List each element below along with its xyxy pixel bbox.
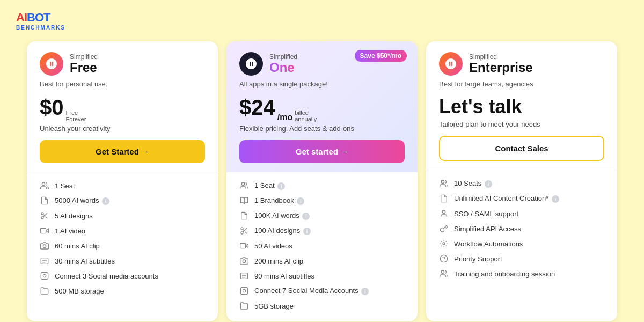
list-item: 1 Brandbook i: [239, 196, 405, 206]
svg-point-0: [42, 182, 45, 185]
plan-card-enterprise: Simplified Enterprise Best for large tea…: [426, 41, 617, 321]
info-icon[interactable]: i: [102, 197, 109, 205]
storage-icon: [40, 286, 49, 296]
subtitles-icon: [239, 271, 249, 281]
plan-name-block-enterprise: Simplified Enterprise: [469, 53, 533, 75]
price-desc-one: Flexible pricing. Add seats & add-ons: [239, 125, 405, 133]
price-desc-enterprise: Tailored plan to meet your needs: [439, 120, 604, 128]
list-item: 30 mins AI subtitles: [40, 256, 205, 266]
list-item: 5000 AI words i: [40, 196, 205, 206]
video-icon: [239, 241, 249, 251]
list-item: Training and onboarding session: [439, 269, 604, 279]
features-one: 1 Seat i 1 Brandbook i 100K AI words i: [226, 172, 418, 321]
plan-top-free: Simplified Free Best for personal use. $…: [27, 41, 218, 172]
save-badge: Save $50*/mo: [355, 50, 407, 62]
features-enterprise: 10 Seats i Unlimited AI Content Creation…: [426, 170, 617, 321]
plan-tagline-enterprise: Best for large teams, agencies: [439, 80, 604, 88]
list-item: 50 AI videos: [239, 241, 405, 251]
logo-bench: BENCHMARKS: [16, 25, 65, 31]
info-icon[interactable]: i: [302, 213, 310, 220]
camera-icon: [239, 256, 249, 266]
features-free: 1 Seat 5000 AI words i 5 AI designs: [27, 172, 218, 321]
svg-rect-7: [41, 228, 46, 233]
list-item: 1 Seat: [40, 181, 205, 191]
list-item: 60 mins AI clip: [40, 241, 205, 251]
camera-icon: [40, 241, 49, 251]
pricing-cards: Simplified Free Best for personal use. $…: [27, 41, 617, 321]
plan-name-block-free: Simplified Free: [70, 53, 98, 75]
info-icon[interactable]: i: [303, 228, 311, 235]
list-item: Priority Support: [439, 254, 604, 264]
subtitles-icon: [40, 256, 49, 266]
plan-label-free: Simplified: [70, 53, 98, 61]
svg-line-19: [243, 229, 244, 231]
svg-point-15: [241, 228, 243, 230]
list-item: 1 AI video: [40, 226, 205, 236]
svg-point-29: [442, 210, 445, 213]
list-item: 100K AI words i: [239, 211, 405, 221]
plan-top-one: Save $50*/mo Simplified One All apps in …: [226, 41, 418, 172]
svg-point-28: [441, 180, 444, 183]
svg-rect-26: [240, 287, 247, 294]
plan-name-one: One: [269, 61, 297, 75]
list-item: SSO / SAML support: [439, 209, 604, 218]
logo-header: AIBOT BENCHMARKS: [16, 11, 65, 31]
info-icon[interactable]: i: [552, 195, 559, 203]
training-icon: [439, 269, 449, 279]
price-main-one: $24: [239, 96, 275, 120]
scissors-icon: [239, 226, 249, 236]
feature-list-one: 1 Seat i 1 Brandbook i 100K AI words i: [239, 181, 405, 311]
price-headline-enterprise: Let's talk: [439, 96, 604, 118]
logo-bot: BOT: [27, 11, 50, 24]
svg-point-33: [441, 270, 444, 273]
list-item: 10 Seats i: [439, 179, 604, 188]
list-item: 5GB storage: [239, 301, 405, 311]
social-icon: [239, 286, 249, 296]
plan-name-enterprise: Enterprise: [469, 61, 533, 75]
plan-top-enterprise: Simplified Enterprise Best for large tea…: [426, 41, 617, 170]
plan-card-one: Save $50*/mo Simplified One All apps in …: [226, 41, 418, 321]
svg-marker-6: [46, 229, 49, 233]
book-icon: [239, 196, 249, 206]
svg-line-5: [43, 214, 45, 216]
price-sub-one: billed annually: [295, 109, 317, 122]
plan-card-free: Simplified Free Best for personal use. $…: [27, 41, 218, 321]
plan-header-enterprise: Simplified Enterprise: [439, 52, 604, 76]
storage-icon: [239, 301, 249, 311]
file-icon: [439, 194, 449, 203]
social-icon: [40, 271, 49, 281]
svg-marker-20: [246, 244, 248, 248]
info-icon[interactable]: i: [361, 288, 369, 295]
get-started-one-button[interactable]: Get started →: [239, 140, 405, 163]
feature-list-free: 1 Seat 5000 AI words i 5 AI designs: [40, 181, 205, 296]
contact-sales-button[interactable]: Contact Sales: [439, 136, 604, 161]
list-item: Workflow Automations: [439, 239, 604, 248]
info-icon[interactable]: i: [297, 197, 304, 205]
price-mo: /mo: [277, 113, 292, 122]
users-icon: [40, 181, 49, 191]
price-block-one: $24 /mo billed annually: [239, 96, 405, 122]
plan-tagline-one: All apps in a single package!: [239, 80, 405, 88]
svg-rect-12: [41, 272, 48, 279]
list-item: 90 mins AI subtitles: [239, 271, 405, 281]
workflow-icon: [439, 239, 449, 248]
list-item: 1 Seat i: [239, 181, 405, 191]
get-started-free-button[interactable]: Get Started →: [40, 140, 205, 163]
info-icon[interactable]: i: [485, 180, 492, 188]
svg-point-2: [41, 217, 43, 219]
api-icon: [439, 224, 449, 233]
video-icon: [40, 226, 49, 236]
svg-line-18: [245, 232, 247, 234]
plan-icon-one: [239, 52, 263, 76]
info-icon[interactable]: i: [277, 182, 285, 190]
plan-label-one: Simplified: [269, 53, 297, 61]
list-item: 500 MB storage: [40, 286, 205, 296]
plan-icon-enterprise: [439, 52, 463, 76]
logo-ai: AI: [16, 11, 27, 24]
svg-point-1: [41, 213, 43, 215]
plan-label-enterprise: Simplified: [469, 53, 533, 61]
svg-rect-21: [240, 243, 246, 248]
list-item: Connect 7 Social Media Accounts i: [239, 286, 405, 296]
svg-point-8: [43, 245, 46, 247]
list-item: 200 mins AI clip: [239, 256, 405, 266]
